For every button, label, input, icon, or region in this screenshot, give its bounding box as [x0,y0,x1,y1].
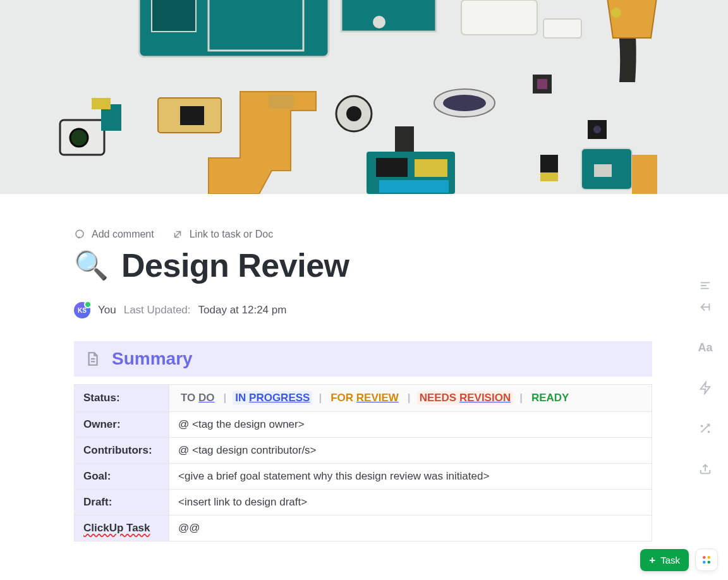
page-title[interactable]: Design Review [121,246,349,284]
svg-rect-7 [543,19,581,38]
svg-rect-14 [92,98,111,109]
svg-point-5 [373,16,385,28]
svg-point-19 [346,106,361,121]
clickup-label: ClickUp Task [75,516,169,541]
add-comment-label: Add comment [92,229,154,240]
svg-rect-17 [269,95,294,109]
table-row: Draft: <insert link to design draft> [75,490,652,516]
svg-rect-4 [341,0,436,32]
svg-point-8 [611,8,621,18]
link-task-label: Link to task or Doc [190,229,274,240]
svg-rect-6 [461,0,537,35]
owner-label: Owner: [75,412,169,438]
cover-image [0,0,728,194]
share-icon[interactable] [698,461,713,476]
svg-rect-23 [540,172,558,181]
title-row: 🔍 Design Review [74,246,652,284]
status-chip-ready[interactable]: READY [529,391,572,405]
comment-icon [74,229,85,240]
add-comment-button[interactable]: Add comment [74,229,154,240]
owner-value[interactable]: @ <tag the design owner> [169,412,652,438]
doc-meta-row: Add comment Link to task or Doc [74,229,652,240]
avatar[interactable]: KS [74,302,90,318]
svg-rect-31 [415,159,447,177]
goal-label: Goal: [75,464,169,490]
font-style-icon[interactable]: Aa [698,340,713,355]
status-chip-todo[interactable]: TO DO [178,391,217,405]
summary-heading: Summary [112,349,193,369]
plus-icon: + [649,555,655,565]
svg-rect-16 [180,106,204,125]
align-left-icon[interactable] [698,278,713,293]
svg-point-45 [703,556,706,559]
side-toolbar: Aa [698,278,713,476]
status-chip-inprogress[interactable]: IN PROGRESS [233,391,312,405]
svg-marker-41 [701,382,710,394]
apps-menu-button[interactable] [695,548,718,571]
table-row: ClickUp Task @@ [75,516,652,541]
contributors-value[interactable]: @ <tag design contributor/s> [169,438,652,464]
document-body: Add comment Link to task or Doc 🔍 Design… [0,194,728,541]
status-chip-revision[interactable]: NEEDS REVISION [417,391,514,405]
svg-rect-2 [152,0,196,32]
summary-table: Status: TO DO | IN PROGRESS | FOR REVIEW… [74,384,652,541]
clickup-value[interactable]: @@ [169,516,652,541]
svg-rect-30 [379,180,449,193]
table-row: Status: TO DO | IN PROGRESS | FOR REVIEW… [75,385,652,412]
status-value[interactable]: TO DO | IN PROGRESS | FOR REVIEW | NEEDS… [169,385,652,412]
task-button-label: Task [660,555,680,565]
status-chip-review[interactable]: FOR REVIEW [328,391,401,405]
byline-row: KS You Last Updated: Today at 12:24 pm [74,302,652,318]
last-updated-time: Today at 12:24 pm [198,304,287,317]
table-row: Contributors: @ <tag design contributor/… [75,438,652,464]
new-task-button[interactable]: + Task [640,549,689,571]
summary-heading-bar: Summary [74,341,652,377]
svg-rect-29 [376,158,408,177]
bottom-actions: + Task [640,548,718,571]
goal-value[interactable]: <give a brief goal statement why this de… [169,464,652,490]
last-updated-label: Last Updated: [124,304,191,317]
title-emoji-icon[interactable]: 🔍 [74,251,109,279]
svg-point-46 [708,556,711,559]
svg-rect-22 [540,155,558,172]
status-label: Status: [75,385,169,412]
table-row: Owner: @ <tag the design owner> [75,412,652,438]
lightning-icon[interactable] [698,380,713,396]
table-row: Goal: <give a brief goal statement why t… [75,464,652,490]
draft-label: Draft: [75,490,169,516]
svg-point-12 [70,129,88,147]
link-task-button[interactable]: Link to task or Doc [172,229,274,240]
svg-point-21 [443,95,486,111]
svg-point-47 [703,561,706,564]
link-icon [172,229,183,240]
document-icon [84,351,100,367]
svg-point-33 [76,230,83,238]
contributors-label: Contributors: [75,438,169,464]
svg-point-42 [701,425,703,426]
outdent-icon[interactable] [698,299,713,315]
svg-rect-27 [594,164,612,177]
svg-rect-32 [395,126,414,152]
author-you: You [98,304,116,317]
magic-wand-icon[interactable] [698,421,713,436]
svg-rect-10 [537,79,547,89]
draft-value[interactable]: <insert link to design draft> [169,490,652,516]
svg-point-25 [593,126,601,133]
svg-point-43 [708,432,710,433]
svg-point-48 [708,561,711,564]
